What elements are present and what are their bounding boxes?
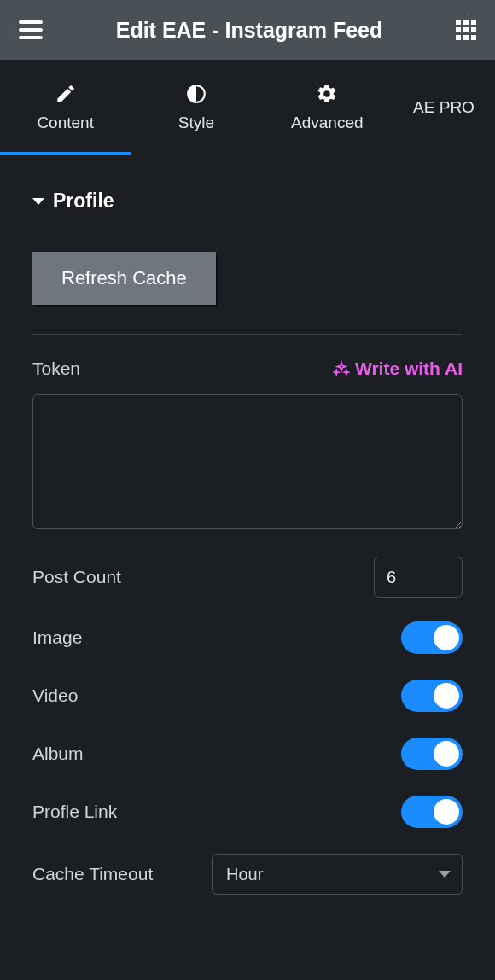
refresh-cache-button[interactable]: Refresh Cache bbox=[32, 252, 216, 305]
album-toggle[interactable] bbox=[401, 738, 463, 770]
caret-down-icon bbox=[32, 198, 44, 205]
image-label: Image bbox=[32, 627, 82, 648]
pencil-icon bbox=[55, 83, 77, 105]
image-row: Image bbox=[32, 621, 463, 654]
cache-timeout-select[interactable]: Hour bbox=[212, 854, 463, 895]
tab-content-label: Content bbox=[37, 114, 94, 132]
panel: Profile Refresh Cache Token Write with A… bbox=[0, 155, 495, 895]
tab-content[interactable]: Content bbox=[0, 60, 131, 155]
contrast-icon bbox=[185, 83, 207, 105]
tab-aepro[interactable]: AE PRO bbox=[393, 60, 495, 155]
album-row: Album bbox=[32, 738, 463, 770]
cache-timeout-label: Cache Timeout bbox=[32, 864, 153, 884]
cache-timeout-row: Cache Timeout Hour bbox=[32, 854, 463, 895]
cache-timeout-select-wrap: Hour bbox=[212, 854, 463, 895]
write-with-ai-label: Write with AI bbox=[355, 359, 463, 379]
profile-link-label: Profle Link bbox=[32, 802, 117, 822]
video-row: Video bbox=[32, 680, 463, 712]
section-header-profile[interactable]: Profile bbox=[32, 190, 463, 213]
topbar: Edit EAE - Instagram Feed bbox=[0, 0, 495, 60]
post-count-row: Post Count bbox=[32, 557, 463, 598]
tab-advanced-label: Advanced bbox=[291, 114, 364, 132]
write-with-ai-link[interactable]: Write with AI bbox=[333, 359, 463, 379]
video-label: Video bbox=[32, 685, 78, 706]
post-count-label: Post Count bbox=[32, 567, 121, 587]
gear-icon bbox=[316, 83, 338, 105]
sparkle-icon bbox=[333, 360, 350, 377]
video-toggle[interactable] bbox=[401, 680, 463, 712]
menu-icon[interactable] bbox=[19, 20, 43, 39]
profile-link-toggle[interactable] bbox=[401, 796, 463, 828]
tab-style[interactable]: Style bbox=[131, 60, 261, 155]
tabs-bar: Content Style Advanced AE PRO bbox=[0, 60, 495, 155]
token-input[interactable] bbox=[32, 394, 463, 529]
grid-icon[interactable] bbox=[456, 20, 476, 40]
token-row: Token Write with AI bbox=[32, 359, 463, 379]
tab-aepro-label: AE PRO bbox=[413, 98, 475, 117]
token-label: Token bbox=[32, 359, 80, 379]
post-count-input[interactable] bbox=[374, 557, 463, 598]
image-toggle[interactable] bbox=[401, 621, 463, 654]
profile-link-row: Profle Link bbox=[32, 796, 463, 828]
tab-advanced[interactable]: Advanced bbox=[262, 60, 393, 155]
page-title: Edit EAE - Instagram Feed bbox=[116, 18, 383, 43]
divider bbox=[32, 334, 463, 335]
section-title: Profile bbox=[53, 190, 114, 213]
album-label: Album bbox=[32, 744, 84, 764]
tab-style-label: Style bbox=[178, 114, 214, 132]
